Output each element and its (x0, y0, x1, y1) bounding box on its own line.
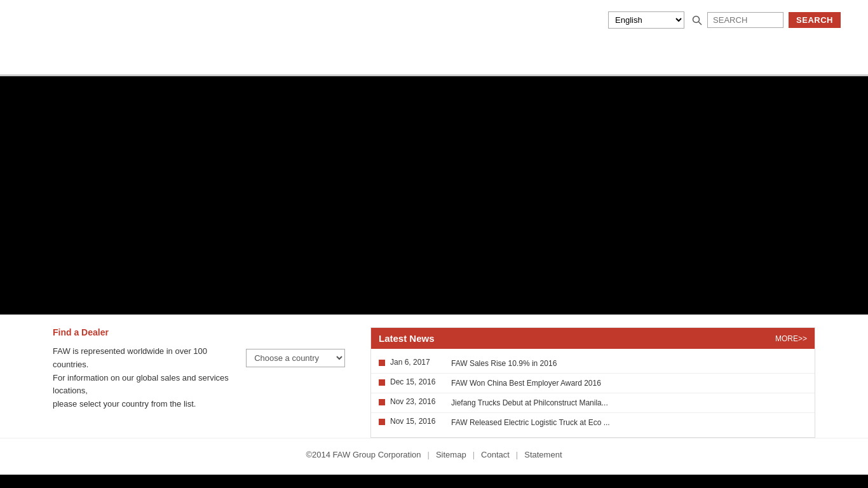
news-more-link[interactable]: MORE>> (775, 334, 807, 343)
search-input[interactable] (707, 12, 783, 28)
footer-link-contact[interactable]: Contact (481, 450, 510, 459)
news-bullet (379, 419, 385, 425)
footer-link-statement[interactable]: Statement (524, 450, 562, 459)
news-text[interactable]: FAW Won China Best Employer Award 2016 (451, 377, 601, 389)
news-text[interactable]: FAW Sales Rise 10.9% in 2016 (451, 358, 557, 369)
footer-inner: ©2014 FAW Group Corporation | Sitemap | … (0, 450, 868, 459)
header: English 中文 SEARCH (0, 0, 868, 76)
find-dealer-line3: locations, (53, 386, 88, 395)
footer-sep-3: | (516, 450, 518, 459)
find-dealer-line4: please select your country from the list… (53, 399, 196, 409)
footer-sep-1: | (428, 450, 430, 459)
news-date: Nov 15, 2016 (390, 417, 447, 426)
bottom-section: Find a Dealer FAW is represented worldwi… (0, 315, 868, 475)
header-controls: English 中文 SEARCH (608, 11, 841, 29)
nav-bar (0, 76, 868, 98)
find-dealer-description: FAW is represented worldwide in over 100… (53, 345, 233, 411)
footer: ©2014 FAW Group Corporation | Sitemap | … (0, 438, 868, 475)
search-button[interactable]: SEARCH (789, 12, 841, 28)
find-dealer-line2: For information on our global sales and … (53, 373, 229, 383)
news-bullet (379, 399, 385, 405)
news-item: Jan 6, 2017 FAW Sales Rise 10.9% in 2016 (371, 354, 815, 374)
main-content (0, 98, 868, 315)
find-dealer-line1: FAW is represented worldwide in over 100… (53, 346, 207, 369)
news-list: Jan 6, 2017 FAW Sales Rise 10.9% in 2016… (371, 349, 815, 437)
news-item: Nov 23, 2016 Jiefang Trucks Debut at Phi… (371, 393, 815, 413)
latest-news-panel: Latest News MORE>> Jan 6, 2017 FAW Sales… (370, 327, 815, 438)
news-text[interactable]: FAW Released Electric Logistic Truck at … (451, 417, 610, 428)
footer-link-sitemap[interactable]: Sitemap (436, 450, 466, 459)
below-footer (0, 475, 868, 488)
find-dealer-panel: Find a Dealer FAW is represented worldwi… (53, 327, 345, 411)
footer-sep-2: | (473, 450, 475, 459)
country-select[interactable]: Choose a country (246, 349, 345, 367)
news-bullet (379, 379, 385, 386)
news-item: Dec 15, 2016 FAW Won China Best Employer… (371, 374, 815, 393)
news-item: Nov 15, 2016 FAW Released Electric Logis… (371, 413, 815, 432)
search-icon (692, 15, 702, 25)
news-date: Jan 6, 2017 (390, 358, 447, 367)
news-date: Nov 23, 2016 (390, 397, 447, 406)
news-header: Latest News MORE>> (371, 328, 815, 349)
language-select[interactable]: English 中文 (608, 11, 684, 29)
news-date: Dec 15, 2016 (390, 377, 447, 386)
news-text[interactable]: Jiefang Trucks Debut at Philconstruct Ma… (451, 397, 608, 409)
find-dealer-title: Find a Dealer (53, 327, 345, 337)
footer-copyright: ©2014 FAW Group Corporation (306, 450, 421, 459)
news-title: Latest News (379, 333, 435, 344)
news-bullet (379, 360, 385, 366)
svg-line-1 (699, 22, 702, 25)
svg-point-0 (693, 16, 700, 22)
